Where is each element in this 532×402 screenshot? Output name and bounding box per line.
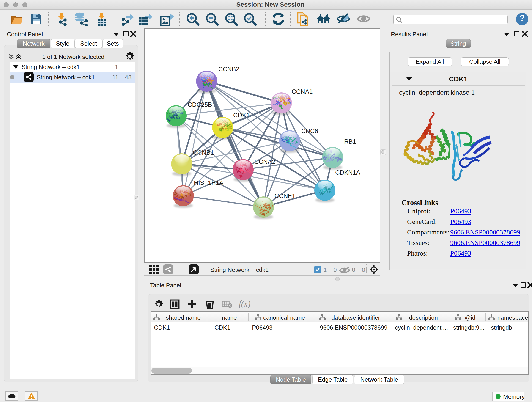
- svg-text:CCNA2: CCNA2: [254, 158, 275, 165]
- svg-text:RB1: RB1: [344, 138, 356, 145]
- svg-text:CCNA1: CCNA1: [292, 88, 313, 95]
- svg-text:CDC25B: CDC25B: [188, 101, 212, 108]
- svg-text:CCNB2: CCNB2: [218, 66, 239, 73]
- svg-text:HIST1H1A: HIST1H1A: [194, 179, 223, 186]
- svg-text:CCNE1: CCNE1: [274, 192, 296, 199]
- svg-text:CDKN1A: CDKN1A: [335, 169, 360, 176]
- svg-text:CDK1: CDK1: [233, 112, 250, 119]
- svg-text:CDC6: CDC6: [301, 128, 318, 134]
- svg-text:CCNB1: CCNB1: [193, 149, 214, 156]
